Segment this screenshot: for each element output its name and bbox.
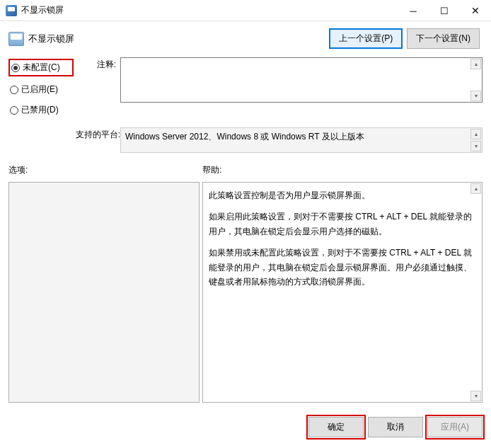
comment-input[interactable]: ▴ ▾ xyxy=(120,57,483,103)
help-paragraph: 如果启用此策略设置，则对于不需要按 CTRL + ALT + DEL 就能登录的… xyxy=(209,209,476,239)
radio-not-configured[interactable]: 未配置(C) xyxy=(8,59,74,76)
comment-area: 注释: ▴ ▾ xyxy=(74,57,483,123)
scroll-down-icon[interactable]: ▾ xyxy=(470,91,481,101)
radio-label: 已启用(E) xyxy=(21,84,58,96)
scroll-up-icon[interactable]: ▴ xyxy=(470,129,481,139)
maximize-button[interactable]: ☐ xyxy=(429,0,460,21)
scroll-down-icon[interactable]: ▾ xyxy=(470,141,481,151)
ok-button[interactable]: 确定 xyxy=(308,417,364,437)
help-label: 帮助: xyxy=(202,164,483,176)
policy-icon xyxy=(8,32,24,46)
content-area: 不显示锁屏 上一个设置(P) 下一个设置(N) 未配置(C) 已启用(E) 已禁… xyxy=(0,21,491,410)
radio-dot-icon xyxy=(10,106,18,115)
scroll-up-icon[interactable]: ▴ xyxy=(470,183,481,194)
platform-box: Windows Server 2012、Windows 8 或 Windows … xyxy=(120,127,483,153)
options-column: 选项: xyxy=(8,164,200,403)
platform-label: 支持的平台: xyxy=(74,127,120,153)
apply-button[interactable]: 应用(A) xyxy=(427,417,483,437)
nav-buttons: 上一个设置(P) 下一个设置(N) xyxy=(329,28,480,49)
help-text: 此策略设置控制是否为用户显示锁屏界面。 如果启用此策略设置，则对于不需要按 CT… xyxy=(209,188,476,289)
platform-text: Windows Server 2012、Windows 8 或 Windows … xyxy=(125,132,364,142)
footer: 确定 取消 应用(A) xyxy=(0,410,491,443)
config-row: 未配置(C) 已启用(E) 已禁用(D) 注释: ▴ ▾ xyxy=(8,57,483,123)
comment-label: 注释: xyxy=(74,57,116,123)
minimize-button[interactable]: ─ xyxy=(398,0,429,21)
scroll-up-icon[interactable]: ▴ xyxy=(470,59,481,69)
help-panel: 此策略设置控制是否为用户显示锁屏界面。 如果启用此策略设置，则对于不需要按 CT… xyxy=(202,182,483,403)
options-label: 选项: xyxy=(8,164,200,176)
help-paragraph: 此策略设置控制是否为用户显示锁屏界面。 xyxy=(209,188,476,202)
platform-row: 支持的平台: Windows Server 2012、Windows 8 或 W… xyxy=(74,127,483,153)
close-button[interactable]: ✕ xyxy=(460,0,491,21)
app-icon xyxy=(6,5,17,16)
radio-dot-icon xyxy=(11,64,20,72)
options-panel xyxy=(8,182,200,403)
help-paragraph: 如果禁用或未配置此策略设置，则对于不需要按 CTRL + ALT + DEL 就… xyxy=(209,246,476,289)
help-column: 帮助: 此策略设置控制是否为用户显示锁屏界面。 如果启用此策略设置，则对于不需要… xyxy=(202,164,483,403)
header-row: 不显示锁屏 上一个设置(P) 下一个设置(N) xyxy=(8,28,483,49)
cancel-button[interactable]: 取消 xyxy=(368,417,423,437)
prev-setting-button[interactable]: 上一个设置(P) xyxy=(329,28,403,49)
scroll-down-icon[interactable]: ▾ xyxy=(470,391,481,401)
window-title: 不显示锁屏 xyxy=(21,4,398,16)
page-title: 不显示锁屏 xyxy=(28,33,329,45)
radio-label: 已禁用(D) xyxy=(21,104,59,116)
radio-enabled[interactable]: 已启用(E) xyxy=(8,82,74,97)
radio-disabled[interactable]: 已禁用(D) xyxy=(8,103,74,117)
window-controls: ─ ☐ ✕ xyxy=(398,0,491,21)
next-setting-button[interactable]: 下一个设置(N) xyxy=(407,28,480,49)
radio-group: 未配置(C) 已启用(E) 已禁用(D) xyxy=(8,57,74,123)
radio-dot-icon xyxy=(10,86,18,94)
titlebar: 不显示锁屏 ─ ☐ ✕ xyxy=(0,0,491,21)
radio-label: 未配置(C) xyxy=(23,62,60,74)
panels-row: 选项: 帮助: 此策略设置控制是否为用户显示锁屏界面。 如果启用此策略设置，则对… xyxy=(8,164,483,403)
